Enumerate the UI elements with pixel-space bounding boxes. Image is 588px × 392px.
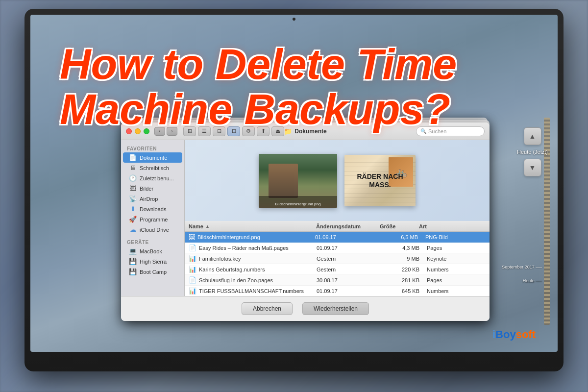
file-row-2[interactable]: 📄 Easy Rides – Räder nach Maß.pages 01.0…	[185, 243, 490, 253]
file-size-4: 220 KB	[380, 267, 419, 272]
sidebar-label-zuletzt: Zuletzt benu...	[140, 175, 174, 181]
sidebar-label-highsierra: High Sierra	[140, 259, 167, 265]
file-size-2: 4,3 MB	[380, 245, 419, 251]
preview-thumb-1: Bildschirmhintergrund.png	[259, 154, 337, 208]
preview-thumb-2: 🚲 RÄDER NACH MAß.	[344, 155, 416, 206]
file-name-3: Familienfotos.key	[199, 256, 317, 262]
sidebar-label-downloads: Downloads	[140, 206, 166, 212]
macbook-frame: How to Delete Time Machine Backups? ‹	[24, 9, 564, 371]
sidebar-item-icloud[interactable]: ☁ iCloud Drive	[123, 224, 182, 235]
sidebar-label-schreibtisch: Schreibtisch	[140, 165, 169, 171]
sidebar-item-macbook[interactable]: 💻 MacBook	[123, 246, 182, 256]
sidebar-label-dokumente: Dokumente	[140, 155, 167, 161]
file-icon-3: 📊	[189, 255, 196, 262]
tm-down-button[interactable]: ▼	[524, 159, 541, 176]
file-size-3: 9 MB	[380, 256, 419, 262]
iboysoft-logo: iBoysoft	[492, 328, 536, 341]
file-name-1: Bildschirmhintergrund.png	[197, 234, 315, 240]
file-size-1: 6,5 MB	[379, 234, 418, 240]
file-row-6[interactable]: 📊 TIGER FUSSBALLMANNSCHAFT.numbers 01.09…	[185, 286, 490, 296]
sidebar-item-downloads[interactable]: ⬇ Downloads	[123, 204, 182, 214]
file-name-2: Easy Rides – Räder nach Maß.pages	[199, 245, 317, 251]
sidebar-label-macbook: MacBook	[140, 248, 162, 254]
file-list: Name ▲ Änderungsdatum Größe Art 🖼	[185, 221, 490, 296]
finder-footer: Abbrechen Wiederherstellen	[121, 296, 490, 321]
file-date-4: Gestern	[317, 267, 380, 272]
file-name-5: Schulausflug in den Zoo.pages	[199, 277, 317, 283]
dokumente-icon: 📄	[129, 154, 137, 161]
col-header-size[interactable]: Größe	[380, 223, 419, 229]
col-header-type[interactable]: Art	[419, 223, 486, 229]
file-size-5: 281 KB	[380, 277, 419, 283]
cancel-button[interactable]: Abbrechen	[242, 302, 293, 315]
file-icon-5: 📄	[189, 276, 196, 284]
headline-text: How to Delete Time Machine Backups?	[60, 42, 457, 132]
camera-dot	[293, 18, 295, 21]
col-header-name[interactable]: Name ▲	[189, 223, 316, 229]
tm-right-panel: ▲ Heute (Jetzt) ▼	[517, 127, 548, 176]
sort-arrow: ▲	[205, 224, 210, 229]
file-row-4[interactable]: 📊 Karins Geburtstag.numbers Gestern 220 …	[185, 264, 490, 275]
macbook-screen: How to Delete Time Machine Backups? ‹	[30, 15, 558, 352]
col-header-date[interactable]: Änderungsdatum	[316, 223, 380, 229]
file-type-6: Numbers	[427, 288, 486, 294]
timeline-label-today: Heute ──	[502, 278, 542, 283]
sidebar-item-schreibtisch[interactable]: 🖥 Schreibtisch	[123, 163, 182, 173]
file-icon-2: 📄	[189, 244, 196, 251]
file-type-3: Keynote	[427, 256, 486, 262]
airdrop-icon: 📡	[129, 195, 137, 202]
magazine-title: RÄDER NACH MAß.	[357, 172, 403, 189]
file-type-4: Numbers	[427, 267, 486, 272]
bootcamp-icon: 💾	[129, 268, 137, 275]
logo-boy: Boy	[495, 328, 516, 341]
sidebar-label-programme: Programme	[140, 217, 168, 222]
file-icon-4: 📊	[189, 266, 196, 273]
sidebar-label-airdrop: AirDrop	[140, 196, 158, 202]
file-rows: 🖼 Bildschirmhintergrund.png 01.09.17 6,5…	[185, 232, 490, 296]
sidebar-label-bilder: Bilder	[140, 186, 153, 192]
file-date-5: 30.08.17	[317, 277, 380, 283]
file-date-2: 01.09.17	[317, 245, 380, 251]
zuletzt-icon: 🕐	[129, 174, 137, 182]
bilder-icon: 🖼	[129, 185, 137, 192]
sidebar-item-zuletzt[interactable]: 🕐 Zuletzt benu...	[123, 173, 182, 183]
file-row-5[interactable]: 📄 Schulausflug in den Zoo.pages 30.08.17…	[185, 275, 490, 286]
finder-window[interactable]: ‹ › ⊞ ☰ ⊟ ⊡ ⚙ ⬆ ⏏ 📁 Dokumente	[121, 122, 490, 321]
sidebar-item-programme[interactable]: 🚀 Programme	[123, 214, 182, 224]
icloud-icon: ☁	[129, 226, 137, 233]
logo-soft: soft	[516, 328, 536, 341]
timeline-labels: September 2017 ── Heute ──	[502, 265, 542, 283]
devices-header: Geräte	[121, 238, 184, 246]
preview-image-2: 🚲 RÄDER NACH MAß.	[344, 155, 416, 206]
file-row-3[interactable]: 📊 Familienfotos.key Gestern 9 MB Keynote	[185, 253, 490, 264]
preview-image-1	[259, 154, 337, 208]
file-row-1[interactable]: 🖼 Bildschirmhintergrund.png 01.09.17 6,5…	[185, 232, 490, 243]
schreibtisch-icon: 🖥	[129, 164, 137, 172]
sidebar-item-dokumente[interactable]: 📄 Dokumente	[123, 152, 182, 163]
file-type-1: PNG-Bild	[425, 234, 486, 240]
sidebar-label-bootcamp: Boot Camp	[140, 269, 167, 275]
file-list-header: Name ▲ Änderungsdatum Größe Art	[185, 221, 490, 232]
sidebar-item-highsierra[interactable]: 💾 High Sierra	[123, 256, 182, 267]
tm-up-button[interactable]: ▲	[524, 127, 541, 145]
restore-button[interactable]: Wiederherstellen	[302, 302, 369, 315]
sidebar-label-icloud: iCloud Drive	[140, 227, 169, 233]
downloads-icon: ⬇	[129, 205, 137, 213]
window-body: Favoriten 📄 Dokumente 🖥 Schreibtisch 🕐 Z…	[121, 140, 490, 296]
sidebar-item-airdrop[interactable]: 📡 AirDrop	[123, 194, 182, 204]
file-name-4: Karins Geburtstag.numbers	[199, 267, 317, 272]
time-machine-window-stack: ‹ › ⊞ ☰ ⊟ ⊡ ⚙ ⬆ ⏏ 📁 Dokumente	[121, 118, 493, 323]
file-date-1: 01.09.17	[315, 234, 379, 240]
preview-label-1: Bildschirmhintergrund.png	[259, 202, 337, 206]
file-size-6: 645 KB	[380, 288, 419, 294]
file-date-6: 01.09.17	[317, 288, 380, 294]
favorites-header: Favoriten	[121, 144, 184, 152]
sidebar-item-bootcamp[interactable]: 💾 Boot Camp	[123, 267, 182, 277]
tm-today-label: Heute (Jetzt)	[517, 149, 548, 155]
timeline-label-sept: September 2017 ──	[502, 265, 542, 270]
file-type-5: Pages	[427, 277, 486, 283]
sidebar-item-bilder[interactable]: 🖼 Bilder	[123, 183, 182, 194]
file-icon-6: 📊	[189, 287, 196, 294]
file-icon-1: 🖼	[189, 233, 195, 241]
file-name-6: TIGER FUSSBALLMANNSCHAFT.numbers	[199, 288, 317, 294]
